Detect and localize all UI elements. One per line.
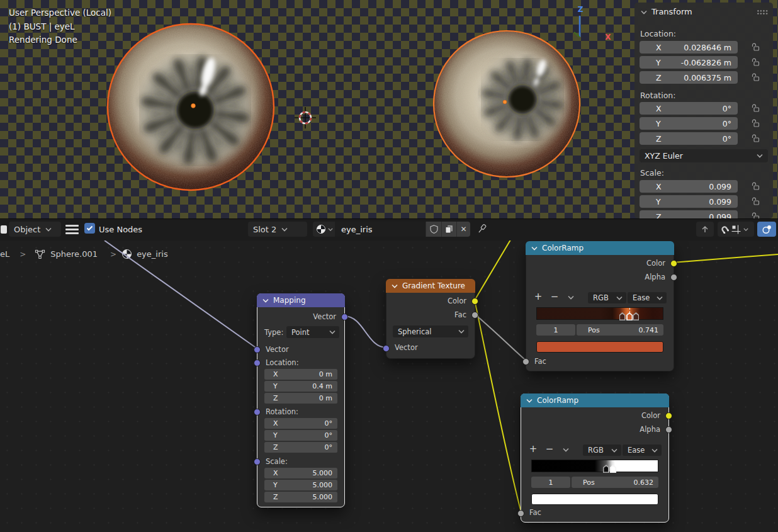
lock-icon[interactable] <box>751 181 760 191</box>
scale-z-field[interactable]: Z 5.000 <box>264 492 337 502</box>
color-swatch[interactable] <box>531 494 658 505</box>
color-stop-handle-selected[interactable] <box>610 465 616 473</box>
vector-output-socket[interactable] <box>341 314 348 320</box>
shader-type-dropdown[interactable]: Object <box>9 222 61 237</box>
color-mode-dropdown[interactable]: RGB <box>583 444 621 456</box>
alpha-output-socket[interactable] <box>670 274 677 281</box>
interpolation-dropdown[interactable]: Ease <box>628 292 667 303</box>
color-stop-handle[interactable] <box>619 312 626 320</box>
ramp-options-icon[interactable] <box>568 295 574 300</box>
lock-icon[interactable] <box>751 133 760 144</box>
breadcrumb-material[interactable]: eye_iris <box>137 249 168 259</box>
vector-input-socket[interactable] <box>383 345 390 352</box>
mapping-type-dropdown[interactable]: Point <box>286 326 339 338</box>
panel-collapse-icon[interactable] <box>641 10 647 14</box>
node-collapse-icon[interactable] <box>262 298 269 303</box>
alpha-output-socket[interactable] <box>665 426 672 433</box>
colorramp-gradient-bar[interactable] <box>531 460 658 472</box>
colorramp-gradient-bar[interactable] <box>536 307 663 320</box>
new-material-copy-button[interactable] <box>441 222 456 237</box>
scale-z-field[interactable]: Z 0.099 <box>640 210 738 218</box>
colorramp-node-bottom[interactable]: ColorRamp Color Alpha + − RGB Ease <box>521 393 669 523</box>
scale-input-socket[interactable] <box>254 458 261 465</box>
material-name-field[interactable]: eye_iris <box>335 222 426 237</box>
lock-icon[interactable] <box>751 103 760 113</box>
mapping-node[interactable]: Mapping Vector Type: Point Vector Locati… <box>257 293 345 507</box>
chevron-down-icon <box>616 296 623 300</box>
breadcrumb-object[interactable]: eL <box>0 249 9 259</box>
gradient-type-dropdown[interactable]: Spherical <box>393 325 468 337</box>
lock-icon[interactable] <box>751 212 760 218</box>
rendered-eyeball-right[interactable] <box>431 28 582 179</box>
add-stop-button[interactable]: + <box>526 443 540 455</box>
stop-index-field[interactable]: 1 <box>536 324 575 336</box>
interpolation-dropdown[interactable]: Ease <box>623 444 662 456</box>
location-x-field[interactable]: X 0 m <box>264 369 337 380</box>
node-editor[interactable]: eL > Sphere.001 > eye_iris <box>0 241 778 532</box>
3d-cursor[interactable] <box>295 107 316 128</box>
parent-node-tree-button[interactable] <box>696 222 714 237</box>
colorramp-node-top[interactable]: ColorRamp Color Alpha + − RGB Ease <box>526 241 674 371</box>
lock-icon[interactable] <box>751 57 760 67</box>
remove-stop-button[interactable]: − <box>543 443 556 455</box>
unlink-material-button[interactable]: ✕ <box>456 222 470 237</box>
rotation-z-field[interactable]: Z 0° <box>264 442 337 453</box>
color-output-socket[interactable] <box>665 412 672 419</box>
pin-icon[interactable] <box>477 224 488 235</box>
stop-index-field[interactable]: 1 <box>531 477 570 488</box>
lock-icon[interactable] <box>751 118 760 128</box>
color-output-socket[interactable] <box>670 260 677 267</box>
rotation-input-socket[interactable] <box>254 409 261 416</box>
color-stop-handle[interactable] <box>603 465 609 473</box>
location-input-socket[interactable] <box>254 359 261 366</box>
location-y-field[interactable]: Y 0.4 m <box>264 381 337 392</box>
scale-x-field[interactable]: X 5.000 <box>264 468 337 478</box>
rotation-x-field[interactable]: X 0° <box>640 102 738 115</box>
rotation-mode-dropdown[interactable]: XYZ Euler <box>640 149 768 162</box>
rotation-z-field[interactable]: Z 0° <box>640 132 738 145</box>
node-collapse-icon[interactable] <box>392 284 398 288</box>
editor-type-icon[interactable] <box>1 225 7 234</box>
ramp-options-icon[interactable] <box>563 448 569 452</box>
color-stop-handle-selected[interactable] <box>626 312 633 320</box>
add-stop-button[interactable]: + <box>531 291 545 302</box>
color-mode-dropdown[interactable]: RGB <box>588 292 626 303</box>
snapping-controls[interactable] <box>718 222 754 237</box>
location-y-field[interactable]: Y -0.062826 m <box>640 56 738 69</box>
rotation-y-field[interactable]: Y 0° <box>264 430 337 441</box>
scale-y-field[interactable]: Y 0.099 <box>640 195 738 208</box>
rotation-x-field[interactable]: X 0° <box>264 418 337 429</box>
location-z-field[interactable]: Z 0.006375 m <box>640 71 738 84</box>
color-stop-handle[interactable] <box>633 312 639 320</box>
gradient-texture-node[interactable]: Gradient Texture Color Fac Spherical Vec… <box>386 279 475 359</box>
menu-icon[interactable] <box>65 225 79 234</box>
color-output-socket[interactable] <box>471 298 478 305</box>
breadcrumb-mesh[interactable]: Sphere.001 <box>50 249 98 259</box>
fac-input-socket[interactable] <box>517 510 524 517</box>
material-browse-button[interactable] <box>313 222 335 237</box>
vector-input-socket[interactable] <box>254 346 261 353</box>
lock-icon[interactable] <box>751 42 760 52</box>
slot-dropdown[interactable]: Slot 2 <box>248 222 307 237</box>
node-collapse-icon[interactable] <box>531 246 538 251</box>
rotation-y-field[interactable]: Y 0° <box>640 117 738 130</box>
stop-position-slider[interactable]: Pos 0.741 <box>577 324 663 336</box>
fake-user-shield-button[interactable] <box>426 222 441 237</box>
viewport-3d[interactable]: User Perspective (Local) (1) BUST | eyeL… <box>0 0 778 218</box>
stop-position-slider[interactable]: Pos 0.632 <box>572 477 658 488</box>
scale-x-field[interactable]: X 0.099 <box>640 180 738 193</box>
rendered-eyeball-left[interactable] <box>104 21 277 193</box>
panel-grip-icon[interactable] <box>757 9 768 14</box>
node-collapse-icon[interactable] <box>526 399 533 403</box>
scale-y-field[interactable]: Y 5.000 <box>264 480 337 490</box>
fac-output-socket[interactable] <box>471 312 478 319</box>
location-z-field[interactable]: Z 0 m <box>264 393 337 404</box>
use-nodes-checkbox[interactable] <box>84 223 95 234</box>
lock-icon[interactable] <box>751 72 760 82</box>
location-x-field[interactable]: X 0.028646 m <box>640 41 738 54</box>
shader-preview-toggle[interactable] <box>757 222 776 237</box>
color-swatch[interactable] <box>536 341 663 353</box>
remove-stop-button[interactable]: − <box>548 291 561 302</box>
fac-input-socket[interactable] <box>522 358 529 365</box>
lock-icon[interactable] <box>751 196 760 207</box>
